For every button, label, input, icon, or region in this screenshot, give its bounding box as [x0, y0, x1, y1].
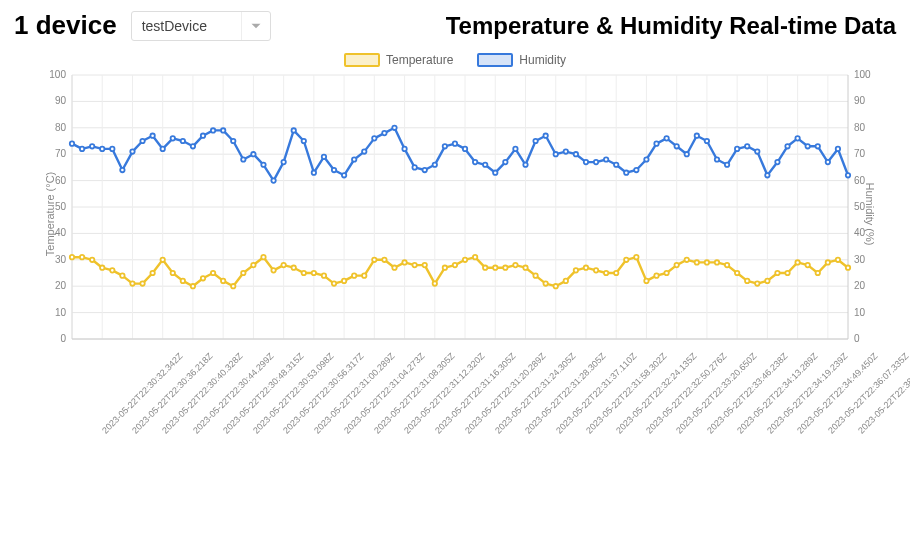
legend-item-humidity[interactable]: Humidity — [477, 53, 566, 67]
svg-point-186 — [533, 139, 537, 143]
svg-point-72 — [171, 271, 175, 275]
svg-point-90 — [352, 273, 356, 277]
svg-point-172 — [392, 126, 396, 130]
svg-point-157 — [241, 157, 245, 161]
svg-point-69 — [140, 281, 144, 285]
device-select[interactable]: testDevice — [131, 11, 271, 41]
svg-point-153 — [201, 134, 205, 138]
svg-point-168 — [352, 157, 356, 161]
svg-point-113 — [584, 266, 588, 270]
svg-point-170 — [372, 136, 376, 140]
svg-text:90: 90 — [55, 95, 67, 106]
svg-text:50: 50 — [55, 201, 67, 212]
svg-point-106 — [513, 263, 517, 267]
svg-point-149 — [161, 147, 165, 151]
svg-point-147 — [140, 139, 144, 143]
svg-point-151 — [181, 139, 185, 143]
svg-point-78 — [231, 284, 235, 288]
svg-text:70: 70 — [55, 148, 67, 159]
svg-point-119 — [644, 279, 648, 283]
svg-point-203 — [705, 139, 709, 143]
svg-point-100 — [453, 263, 457, 267]
svg-point-183 — [503, 160, 507, 164]
svg-point-188 — [554, 152, 558, 156]
svg-point-180 — [473, 160, 477, 164]
svg-point-128 — [735, 271, 739, 275]
svg-point-85 — [302, 271, 306, 275]
svg-point-138 — [836, 258, 840, 262]
svg-point-194 — [614, 163, 618, 167]
svg-point-150 — [171, 136, 175, 140]
svg-point-130 — [755, 281, 759, 285]
svg-point-83 — [281, 263, 285, 267]
svg-point-213 — [805, 144, 809, 148]
svg-point-196 — [634, 168, 638, 172]
svg-point-97 — [423, 263, 427, 267]
svg-point-177 — [443, 144, 447, 148]
svg-point-109 — [543, 281, 547, 285]
svg-text:60: 60 — [55, 175, 67, 186]
svg-point-182 — [493, 170, 497, 174]
svg-point-179 — [463, 147, 467, 151]
svg-point-102 — [473, 255, 477, 259]
svg-point-92 — [372, 258, 376, 262]
svg-point-146 — [130, 149, 134, 153]
y-axis-label-right: Humidity (%) — [865, 183, 877, 246]
svg-point-127 — [725, 263, 729, 267]
svg-point-114 — [594, 268, 598, 272]
device-count: 1 device — [14, 10, 117, 41]
svg-point-163 — [302, 139, 306, 143]
svg-point-189 — [564, 149, 568, 153]
svg-point-191 — [584, 160, 588, 164]
svg-point-152 — [191, 144, 195, 148]
svg-point-115 — [604, 271, 608, 275]
svg-point-201 — [685, 152, 689, 156]
svg-point-174 — [412, 165, 416, 169]
svg-text:90: 90 — [854, 95, 866, 106]
svg-text:20: 20 — [55, 280, 67, 291]
legend-item-temperature[interactable]: Temperature — [344, 53, 453, 67]
legend: Temperature Humidity — [0, 53, 910, 67]
svg-point-93 — [382, 258, 386, 262]
svg-point-71 — [161, 258, 165, 262]
svg-point-120 — [654, 273, 658, 277]
svg-point-197 — [644, 157, 648, 161]
svg-point-141 — [80, 147, 84, 151]
svg-point-87 — [322, 273, 326, 277]
svg-point-118 — [634, 255, 638, 259]
svg-point-134 — [795, 260, 799, 264]
device-select-value: testDevice — [142, 18, 207, 34]
legend-swatch-temperature — [344, 53, 380, 67]
svg-point-140 — [70, 141, 74, 145]
svg-point-104 — [493, 266, 497, 270]
svg-point-158 — [251, 152, 255, 156]
svg-point-211 — [785, 144, 789, 148]
legend-swatch-humidity — [477, 53, 513, 67]
svg-text:100: 100 — [854, 69, 871, 80]
svg-point-148 — [150, 134, 154, 138]
svg-text:70: 70 — [854, 148, 866, 159]
svg-text:100: 100 — [49, 69, 66, 80]
svg-point-184 — [513, 147, 517, 151]
svg-point-212 — [795, 136, 799, 140]
svg-point-199 — [664, 136, 668, 140]
svg-point-171 — [382, 131, 386, 135]
svg-text:10: 10 — [55, 307, 67, 318]
svg-point-187 — [543, 134, 547, 138]
svg-point-110 — [554, 284, 558, 288]
svg-point-94 — [392, 266, 396, 270]
chart-plot: 0010102020303040405050606070708080909010… — [14, 69, 896, 359]
svg-point-207 — [745, 144, 749, 148]
svg-point-202 — [695, 134, 699, 138]
svg-point-159 — [261, 163, 265, 167]
svg-point-73 — [181, 279, 185, 283]
svg-point-63 — [80, 255, 84, 259]
svg-point-98 — [433, 281, 437, 285]
svg-point-166 — [332, 168, 336, 172]
svg-point-216 — [836, 147, 840, 151]
svg-point-70 — [150, 271, 154, 275]
svg-point-79 — [241, 271, 245, 275]
svg-point-136 — [816, 271, 820, 275]
svg-point-176 — [433, 163, 437, 167]
svg-point-103 — [483, 266, 487, 270]
